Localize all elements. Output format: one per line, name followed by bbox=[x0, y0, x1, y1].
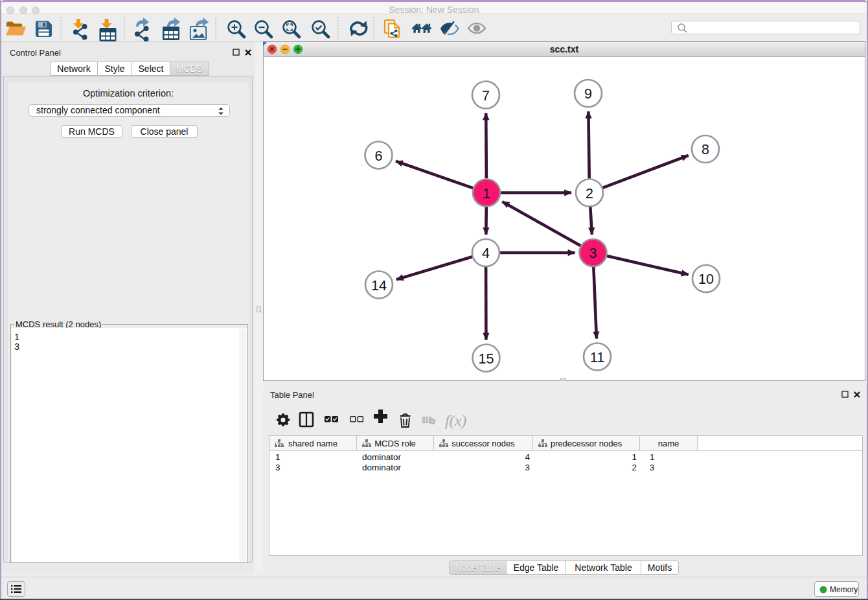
svg-text:10: 10 bbox=[698, 271, 714, 287]
svg-text:f(x): f(x) bbox=[445, 412, 466, 429]
svg-text:7: 7 bbox=[482, 88, 490, 104]
svg-text:1: 1 bbox=[483, 186, 490, 202]
svg-text:9: 9 bbox=[584, 86, 592, 102]
svg-text:15: 15 bbox=[479, 351, 494, 367]
svg-text:11: 11 bbox=[590, 350, 604, 365]
svg-text:14: 14 bbox=[371, 278, 387, 294]
svg-text:8: 8 bbox=[702, 142, 709, 157]
svg-text:2: 2 bbox=[586, 186, 593, 202]
svg-text:4: 4 bbox=[482, 246, 490, 261]
svg-text:6: 6 bbox=[375, 148, 383, 164]
svg-text:3: 3 bbox=[589, 246, 597, 261]
